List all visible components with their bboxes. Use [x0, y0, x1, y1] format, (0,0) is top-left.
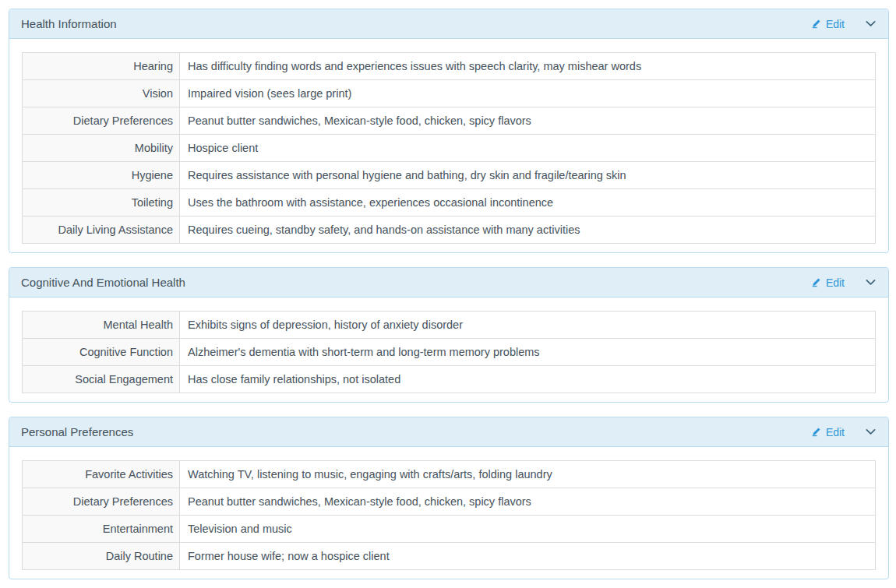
- row-label: Favorite Activities: [23, 461, 180, 488]
- edit-button-label: Edit: [826, 18, 845, 30]
- table-row: Hearing Has difficulty finding words and…: [23, 53, 876, 80]
- row-value: Watching TV, listening to music, engagin…: [180, 461, 876, 488]
- personal-preferences-header: Personal Preferences Edit: [9, 417, 888, 447]
- row-value: Alzheimer's dementia with short-term and…: [180, 339, 876, 366]
- cognitive-emotional-health-table: Mental Health Exhibits signs of depressi…: [22, 311, 876, 393]
- table-row: Daily Living Assistance Requires cueing,…: [23, 217, 876, 244]
- header-actions: Edit: [811, 276, 877, 289]
- personal-preferences-table: Favorite Activities Watching TV, listeni…: [22, 460, 876, 570]
- chevron-down-icon[interactable]: [865, 18, 877, 30]
- header-actions: Edit: [811, 18, 877, 30]
- row-label: Toileting: [23, 189, 180, 217]
- table-row: Dietary Preferences Peanut butter sandwi…: [23, 488, 876, 516]
- table-row: Vision Impaired vision (sees large print…: [23, 80, 876, 107]
- row-label: Vision: [23, 80, 180, 107]
- edit-button[interactable]: Edit: [811, 18, 845, 30]
- health-information-table: Hearing Has difficulty finding words and…: [22, 52, 876, 244]
- row-value: Exhibits signs of depression, history of…: [180, 312, 876, 339]
- table-row: Toileting Uses the bathroom with assista…: [23, 189, 876, 217]
- table-row: Mobility Hospice client: [23, 135, 876, 162]
- row-label: Cognitive Function: [23, 339, 180, 366]
- table-row: Hygiene Requires assistance with persona…: [23, 162, 876, 189]
- pencil-icon: [811, 19, 821, 29]
- row-label: Dietary Preferences: [23, 107, 180, 135]
- row-value: Uses the bathroom with assistance, exper…: [180, 189, 876, 217]
- header-actions: Edit: [811, 426, 877, 438]
- row-value: Has difficulty finding words and experie…: [180, 53, 876, 80]
- chevron-down-icon[interactable]: [865, 276, 877, 288]
- row-value: Requires assistance with personal hygien…: [180, 162, 876, 189]
- row-value: Television and music: [180, 516, 876, 543]
- row-label: Entertainment: [23, 516, 180, 543]
- edit-button[interactable]: Edit: [811, 426, 845, 438]
- pencil-icon: [811, 427, 821, 437]
- row-value: Hospice client: [180, 135, 876, 162]
- card-title: Health Information: [21, 17, 117, 30]
- row-label: Mobility: [23, 135, 180, 162]
- personal-preferences-body: Favorite Activities Watching TV, listeni…: [9, 447, 888, 579]
- row-value: Requires cueing, standby safety, and han…: [180, 217, 876, 244]
- row-label: Hygiene: [23, 162, 180, 189]
- card-title: Personal Preferences: [21, 425, 133, 438]
- row-value: Impaired vision (sees large print): [180, 80, 876, 107]
- row-label: Social Engagement: [23, 366, 180, 393]
- page: Health Information Edit Hearing Has diff…: [0, 0, 896, 588]
- table-row: Entertainment Television and music: [23, 516, 876, 543]
- table-row: Dietary Preferences Peanut butter sandwi…: [23, 107, 876, 135]
- chevron-down-icon[interactable]: [865, 426, 877, 438]
- table-row: Cognitive Function Alzheimer's dementia …: [23, 339, 876, 366]
- cognitive-emotional-health-body: Mental Health Exhibits signs of depressi…: [9, 298, 888, 402]
- table-row: Social Engagement Has close family relat…: [23, 366, 876, 393]
- health-information-card: Health Information Edit Hearing Has diff…: [9, 9, 889, 253]
- row-label: Daily Living Assistance: [23, 217, 180, 244]
- row-label: Mental Health: [23, 312, 180, 339]
- health-information-body: Hearing Has difficulty finding words and…: [9, 39, 888, 252]
- cognitive-emotional-health-header: Cognitive And Emotional Health Edit: [9, 268, 888, 298]
- row-label: Daily Routine: [23, 543, 180, 570]
- row-value: Peanut butter sandwiches, Mexican-style …: [180, 488, 876, 516]
- row-value: Peanut butter sandwiches, Mexican-style …: [180, 107, 876, 135]
- row-label: Dietary Preferences: [23, 488, 180, 516]
- edit-button-label: Edit: [826, 276, 845, 289]
- table-row: Daily Routine Former house wife; now a h…: [23, 543, 876, 570]
- row-value: Former house wife; now a hospice client: [180, 543, 876, 570]
- edit-button[interactable]: Edit: [811, 276, 845, 289]
- personal-preferences-card: Personal Preferences Edit Favorite Activ…: [9, 417, 889, 579]
- card-title: Cognitive And Emotional Health: [21, 276, 185, 289]
- health-information-header: Health Information Edit: [9, 9, 888, 39]
- table-row: Favorite Activities Watching TV, listeni…: [23, 461, 876, 488]
- table-row: Mental Health Exhibits signs of depressi…: [23, 312, 876, 339]
- row-value: Has close family relationships, not isol…: [180, 366, 876, 393]
- pencil-icon: [811, 277, 821, 287]
- edit-button-label: Edit: [826, 426, 845, 438]
- row-label: Hearing: [23, 53, 180, 80]
- cognitive-emotional-health-card: Cognitive And Emotional Health Edit Ment…: [9, 267, 889, 403]
